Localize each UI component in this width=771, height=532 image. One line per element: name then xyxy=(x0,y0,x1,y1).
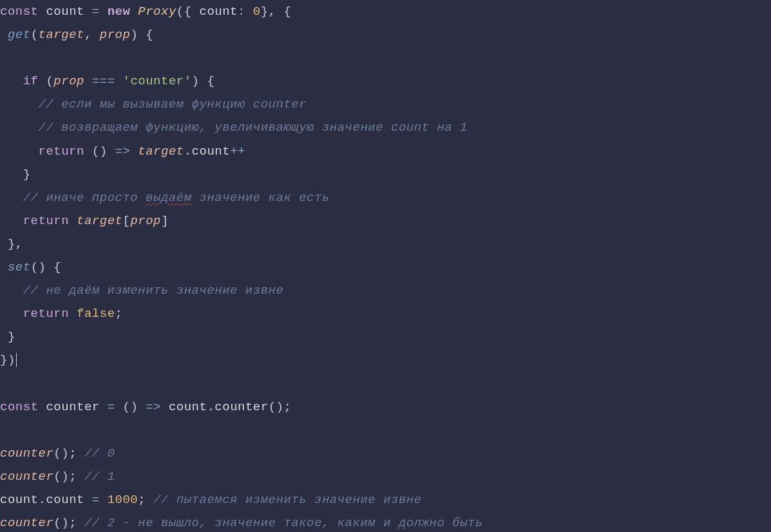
comment: // иначе просто выдаём значение как есть xyxy=(23,191,330,205)
operator: = xyxy=(108,400,115,414)
param-prop: prop xyxy=(53,74,84,88)
semicolon: ; xyxy=(115,307,123,321)
paren: ) xyxy=(276,400,284,414)
arrow: => xyxy=(115,144,131,158)
code-line: set() { xyxy=(0,260,61,274)
comment: // пытаемся изменить значение извне xyxy=(153,493,422,507)
dot: . xyxy=(184,144,192,158)
operator: = xyxy=(92,493,100,507)
comment: // 0 xyxy=(84,446,115,461)
paren: ) xyxy=(100,144,108,158)
code-line: // иначе просто выдаём значение как есть xyxy=(0,191,330,205)
paren: ( xyxy=(176,5,184,19)
code-line: } xyxy=(0,167,31,182)
code-line: count.count = 1000; // пытаемся изменить… xyxy=(0,493,422,507)
code-line: }, xyxy=(0,237,23,251)
identifier: counter xyxy=(46,400,99,414)
paren: ) xyxy=(130,28,138,42)
prop-key: count xyxy=(200,5,238,19)
semicolon: ; xyxy=(283,400,291,414)
code-line: counter(); // 0 xyxy=(0,446,115,461)
param-prop: prop xyxy=(130,214,161,228)
method-set: set xyxy=(8,260,31,274)
code-line: if (prop === 'counter') { xyxy=(0,74,214,88)
number: 1000 xyxy=(108,493,138,507)
comment: // не даём изменить значение извне xyxy=(23,283,284,298)
param-target: target xyxy=(77,214,122,228)
brace: } xyxy=(23,167,31,182)
paren: ) xyxy=(39,260,46,274)
param-prop: prop xyxy=(100,28,131,42)
paren: ( xyxy=(46,74,53,88)
keyword-return: return xyxy=(23,214,69,228)
paren: ( xyxy=(31,28,39,42)
code-editor[interactable]: const count = new Proxy({ count: 0}, { g… xyxy=(0,0,771,532)
code-line: get(target, prop) { xyxy=(0,28,153,42)
brace: { xyxy=(207,74,214,88)
code-line: counter(); // 2 - не вышло, значение так… xyxy=(0,516,483,530)
paren: ) xyxy=(130,400,138,414)
keyword-return: return xyxy=(23,307,69,321)
function-call: counter xyxy=(0,516,53,530)
paren: ( xyxy=(269,400,276,414)
param-target: target xyxy=(138,144,184,158)
brace: } xyxy=(8,237,15,251)
brace: } xyxy=(0,353,8,367)
paren: ) xyxy=(192,74,200,88)
code-line: // если мы вызываем функцию counter xyxy=(0,97,307,111)
dot: . xyxy=(39,493,46,507)
paren: ( xyxy=(31,260,39,274)
paren: ) xyxy=(61,470,69,484)
semicolon: ; xyxy=(69,516,77,530)
identifier: count xyxy=(46,5,84,19)
code-line: }) xyxy=(0,353,17,367)
code-line: return false; xyxy=(0,307,122,321)
comment: // если мы вызываем функцию counter xyxy=(39,97,307,111)
identifier: count xyxy=(192,144,231,158)
arrow: => xyxy=(146,400,161,414)
identifier: count xyxy=(0,493,39,507)
semicolon: ; xyxy=(138,493,146,507)
method-get: get xyxy=(8,28,31,42)
paren: ) xyxy=(61,446,69,461)
semicolon: ; xyxy=(69,446,77,461)
brace: { xyxy=(53,260,61,274)
paren: ( xyxy=(53,470,61,484)
code-line: return () => target.count++ xyxy=(0,144,245,158)
text-cursor xyxy=(16,353,17,367)
comma: , xyxy=(84,28,92,42)
keyword-if: if xyxy=(23,74,39,88)
code-line: counter(); // 1 xyxy=(0,470,115,484)
code-line: } xyxy=(0,330,15,344)
function-call: counter xyxy=(0,470,53,484)
string: 'counter' xyxy=(122,74,191,88)
semicolon: ; xyxy=(69,470,77,484)
spellcheck-squiggle: выдаём xyxy=(146,191,191,205)
comment: // 2 - не вышло, значение такое, каким и… xyxy=(84,516,483,530)
keyword-const: const xyxy=(0,400,39,414)
brace: { xyxy=(184,5,192,19)
paren: ( xyxy=(122,400,130,414)
comment: // 1 xyxy=(84,470,115,484)
keyword-const: const xyxy=(0,5,39,19)
operator: = xyxy=(92,5,100,19)
keyword-return: return xyxy=(39,144,84,158)
brace: { xyxy=(146,28,153,42)
comment: // возвращаем функцию, увеличивающую зна… xyxy=(39,120,468,135)
boolean: false xyxy=(77,307,115,321)
brace: { xyxy=(283,5,291,19)
class-proxy: Proxy xyxy=(138,5,176,19)
colon: : xyxy=(238,5,245,19)
brace: } xyxy=(8,330,15,344)
code-line: const count = new Proxy({ count: 0}, { xyxy=(0,5,291,19)
identifier: counter xyxy=(214,400,268,414)
paren: ( xyxy=(92,144,100,158)
brace: } xyxy=(261,5,269,19)
number: 0 xyxy=(253,5,261,19)
comma: , xyxy=(15,237,23,251)
paren: ) xyxy=(8,353,15,367)
paren: ( xyxy=(53,516,61,530)
code-line: // возвращаем функцию, увеличивающую зна… xyxy=(0,120,468,135)
operator: ++ xyxy=(230,144,245,158)
identifier: count xyxy=(169,400,207,414)
